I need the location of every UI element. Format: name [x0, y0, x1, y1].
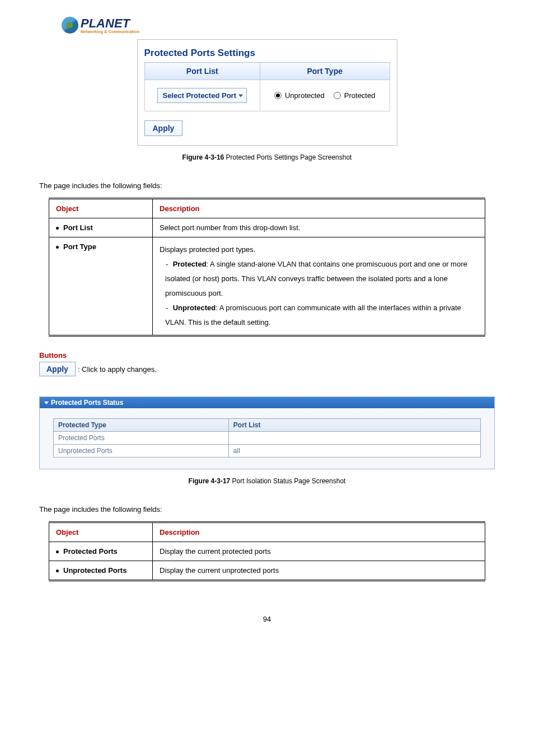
obj-port-type-label: Port Type	[63, 242, 96, 251]
obj-unprotected-ports: Unprotected Ports	[56, 566, 146, 575]
brand-logo: PLANET Networking & Communication	[62, 17, 506, 34]
bullet-icon	[56, 227, 59, 230]
apply-button[interactable]: Apply	[144, 120, 183, 136]
status-col-list: Port List	[228, 419, 480, 432]
buttons-header: Buttons	[39, 351, 506, 360]
desc-protected-ports: Display the current protected ports	[153, 542, 485, 561]
panel-title: Protected Ports Settings	[144, 48, 390, 59]
row-unprotected-value: all	[228, 445, 480, 458]
bullet-icon	[56, 246, 59, 249]
th-object-2: Object	[49, 522, 153, 542]
obj-unprotected-ports-label: Unprotected Ports	[63, 566, 127, 575]
status-col-type: Protected Type	[54, 419, 229, 432]
row-unprotected-label: Unprotected Ports	[54, 445, 229, 458]
figure-text-1: Protected Ports Settings Page Screenshot	[224, 153, 352, 161]
obj-port-list-label: Port List	[63, 223, 93, 232]
brand-tagline: Networking & Communication	[81, 30, 139, 34]
protected-text: : A single stand-alone VLAN that contain…	[165, 260, 467, 297]
desc-port-type-line1: Displays protected port types.	[160, 242, 478, 257]
col-port-type: Port Type	[260, 63, 390, 80]
status-panel-header[interactable]: Protected Ports Status	[40, 397, 494, 408]
obj-protected-ports-label: Protected Ports	[63, 547, 118, 556]
th-object-1: Object	[49, 199, 153, 218]
figure-number-1: Figure 4-3-16	[182, 153, 224, 161]
bullet-icon	[56, 570, 59, 572]
radio-unprotected[interactable]	[274, 92, 282, 99]
chevron-down-icon	[44, 402, 49, 404]
radio-protected-label: Protected	[344, 91, 376, 100]
unprotected-label: Unprotected	[173, 304, 216, 312]
row-protected-label: Protected Ports	[54, 432, 229, 445]
figure-number-2: Figure 4-3-17	[189, 477, 231, 485]
row-protected-value	[228, 432, 480, 445]
obj-port-list: Port List	[56, 223, 146, 232]
figure-caption-2: Figure 4-3-17 Port Isolation Status Page…	[28, 477, 506, 485]
desc-port-list: Select port number from this drop-down l…	[153, 218, 485, 237]
status-table: Protected Type Port List Protected Ports…	[53, 418, 481, 458]
obj-protected-ports: Protected Ports	[56, 547, 146, 556]
desc-unprotected-ports: Display the current unprotected ports	[153, 561, 485, 581]
col-port-list: Port List	[144, 63, 260, 80]
protected-ports-status-panel: Protected Ports Status Protected Type Po…	[39, 396, 495, 469]
th-description-1: Description	[153, 199, 485, 218]
apply-description: : Click to apply changes.	[78, 365, 157, 374]
intro-text-2: The page includes the following fields:	[39, 505, 506, 514]
page-number: 94	[28, 615, 506, 623]
figure-text-2: Port Isolation Status Page Screenshot	[230, 477, 345, 485]
intro-text-1: The page includes the following fields:	[39, 181, 506, 190]
dash-icon: -	[165, 257, 171, 272]
radio-protected[interactable]	[334, 92, 341, 99]
obj-port-type: Port Type	[56, 242, 146, 251]
status-panel-title: Protected Ports Status	[51, 399, 123, 407]
dash-icon: -	[165, 301, 171, 315]
select-protected-port-dropdown[interactable]: Select Protected Port	[157, 88, 247, 103]
radio-unprotected-label: Unprotected	[285, 91, 325, 100]
planet-globe-icon	[62, 17, 78, 34]
th-description-2: Description	[153, 522, 485, 542]
protected-label: Protected	[173, 260, 207, 268]
field-description-table-2: Object Description Protected Ports Displ…	[49, 521, 485, 581]
figure-caption-1: Figure 4-3-16 Protected Ports Settings P…	[28, 153, 506, 161]
desc-port-type: Displays protected port types. - Protect…	[153, 237, 485, 336]
bullet-icon	[56, 550, 59, 553]
apply-button-badge[interactable]: Apply	[39, 362, 76, 376]
protected-ports-settings-panel: Protected Ports Settings Port List Port …	[137, 39, 397, 146]
brand-text: PLANET	[81, 17, 139, 30]
settings-table: Port List Port Type Select Protected Por…	[144, 62, 390, 111]
field-description-table-1: Object Description Port List Select port…	[49, 198, 485, 337]
